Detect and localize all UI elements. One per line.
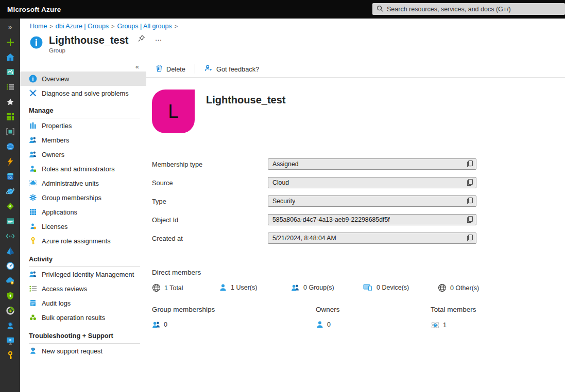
global-search[interactable]: [372, 3, 565, 15]
created-at-value-box[interactable]: 5/21/2024, 8:48:04 AM: [268, 233, 476, 244]
copy-icon[interactable]: [467, 179, 473, 188]
function-apps-icon[interactable]: [0, 154, 20, 169]
dashboard-icon[interactable]: [0, 64, 20, 79]
sidebar-item-licenses[interactable]: Licenses: [20, 219, 146, 234]
sidebar-item-overview[interactable]: Overview: [20, 72, 146, 86]
type-value-box[interactable]: Security: [268, 195, 476, 207]
sidebar-item-label: Administrative units: [42, 180, 99, 187]
sidebar-item-members[interactable]: Members: [20, 133, 146, 147]
search-input[interactable]: [387, 6, 561, 13]
cluster-icon: [29, 313, 37, 322]
more-options-ellipsis[interactable]: …: [155, 34, 162, 42]
cost-management-icon[interactable]: $: [0, 303, 20, 318]
sidebar-item-bulk-results[interactable]: Bulk operation results: [20, 310, 146, 325]
sidebar-item-azure-role-assignments[interactable]: Azure role assignments: [20, 234, 146, 248]
sidebar-item-admin-units[interactable]: Administrative units: [20, 176, 146, 190]
overview-panel: L Lighthouse_test Membership type Assign…: [146, 78, 565, 391]
gear-icon: [29, 193, 37, 202]
source-value-box[interactable]: Cloud: [268, 177, 476, 188]
sidebar-item-label: New support request: [42, 347, 102, 355]
journal-icon: [29, 299, 37, 307]
sidebar-item-pim[interactable]: Privileged Identity Management: [20, 267, 146, 281]
delete-button[interactable]: Delete: [152, 62, 189, 76]
sidebar-item-label: Privileged Identity Management: [42, 271, 134, 278]
copy-icon[interactable]: [467, 216, 473, 225]
sidebar-item-applications[interactable]: Applications: [20, 205, 146, 219]
sidebar-item-audit-logs[interactable]: Audit logs: [20, 296, 146, 310]
owners-heading: Owners: [316, 306, 340, 313]
field-membership-type: Membership type Assigned: [152, 155, 565, 173]
got-feedback-button[interactable]: Got feedback?: [201, 62, 262, 76]
help-support-icon[interactable]: [0, 318, 20, 333]
sidebar-item-roles-admins[interactable]: Roles and administrators: [20, 162, 146, 176]
key-vault-icon[interactable]: [0, 348, 20, 363]
sidebar-item-label: Applications: [42, 208, 77, 216]
page-subtitle: Group: [49, 47, 162, 54]
globe-icon: [152, 283, 161, 292]
stat-label: 0 Other(s): [450, 284, 479, 292]
feedback-icon: [204, 64, 213, 74]
copy-icon[interactable]: [467, 160, 473, 170]
sidebar-item-label: Properties: [42, 122, 72, 130]
load-balancer-icon[interactable]: [0, 199, 20, 213]
properties-fields: Membership type Assigned Source Cloud Ty…: [152, 155, 565, 247]
virtual-networks-icon[interactable]: [0, 228, 20, 243]
membership-type-value-box[interactable]: Assigned: [268, 158, 476, 170]
all-resources-icon[interactable]: [0, 109, 20, 124]
sql-database-icon[interactable]: SQL: [0, 169, 20, 184]
avatar-letter: L: [168, 101, 179, 122]
cosmos-db-icon[interactable]: [0, 184, 20, 199]
breadcrumb-all-groups-link[interactable]: Groups | All groups: [117, 23, 172, 30]
sidebar-item-owners[interactable]: Owners: [20, 147, 146, 162]
copy-icon[interactable]: [467, 197, 473, 207]
field-object-id: Object Id 585a806a-d4c7-4a13-aeb9-222986…: [152, 210, 565, 229]
sidebar-item-label: Azure role assignments: [42, 237, 111, 245]
advisor-cloud-icon[interactable]: [0, 273, 20, 288]
sidebar-item-new-support-request[interactable]: New support request: [20, 344, 146, 358]
pin-icon[interactable]: [138, 34, 145, 44]
stat-groups: 0 Group(s): [291, 283, 334, 292]
monitor-gauge-icon[interactable]: [0, 258, 20, 273]
sidebar-item-label: Owners: [42, 151, 64, 158]
toolbar-divider: [195, 64, 195, 74]
virtual-machines-icon[interactable]: [0, 213, 20, 228]
top-bar: Microsoft Azure: [0, 0, 565, 19]
feedback-button-label: Got feedback?: [216, 65, 259, 73]
sidebar-item-group-memberships[interactable]: Group memberships: [20, 190, 146, 205]
page-title: Lighthouse_test: [49, 34, 128, 46]
favorites-star-icon[interactable]: [0, 94, 20, 109]
direct-members-stats: 1 Total 1 User(s) 0 Group(s) 0 Device(s)…: [152, 283, 565, 296]
stat-label: 0 Group(s): [303, 284, 334, 291]
all-services-icon[interactable]: [0, 79, 20, 94]
copy-icon[interactable]: [467, 234, 473, 244]
stat-total: 1 Total: [152, 283, 183, 292]
sidebar-item-properties[interactable]: Properties: [20, 118, 146, 133]
sidebar-item-access-reviews[interactable]: Access reviews: [20, 281, 146, 296]
field-source: Source Cloud: [152, 173, 565, 192]
group-icon: [152, 320, 161, 329]
breadcrumb-home-link[interactable]: Home: [30, 23, 47, 30]
group-memberships-count: 0: [152, 320, 167, 329]
field-label: Membership type: [152, 161, 268, 168]
group-icon: [291, 283, 300, 292]
expand-rail-icon[interactable]: »: [0, 20, 20, 34]
create-resource-icon[interactable]: [0, 34, 20, 49]
resource-groups-icon[interactable]: [0, 124, 20, 139]
group-avatar: L: [152, 90, 195, 133]
security-shield-icon[interactable]: [0, 288, 20, 303]
field-label: Source: [152, 179, 268, 187]
remote-monitor-icon[interactable]: [0, 333, 20, 348]
user-icon: [219, 283, 227, 292]
group-name-heading: Lighthouse_test: [206, 94, 285, 106]
breadcrumb-directory-link[interactable]: dbi Azure | Groups: [56, 23, 109, 30]
sidebar-item-diagnose[interactable]: Diagnose and solve problems: [20, 86, 146, 100]
app-services-icon[interactable]: [0, 139, 20, 154]
collapse-sidebar-icon[interactable]: «: [135, 63, 139, 70]
info-circle-icon: [29, 75, 37, 83]
object-id-value-box[interactable]: 585a806a-d4c7-4a13-aeb9-22298685df5f: [268, 214, 476, 225]
azure-active-directory-icon[interactable]: [0, 243, 20, 258]
count-value: 0: [164, 321, 167, 328]
main-content: Delete Got feedback? L Lighthouse_test M…: [146, 61, 565, 392]
sidebar-item-label: Access reviews: [42, 285, 87, 293]
home-icon[interactable]: [0, 49, 20, 64]
